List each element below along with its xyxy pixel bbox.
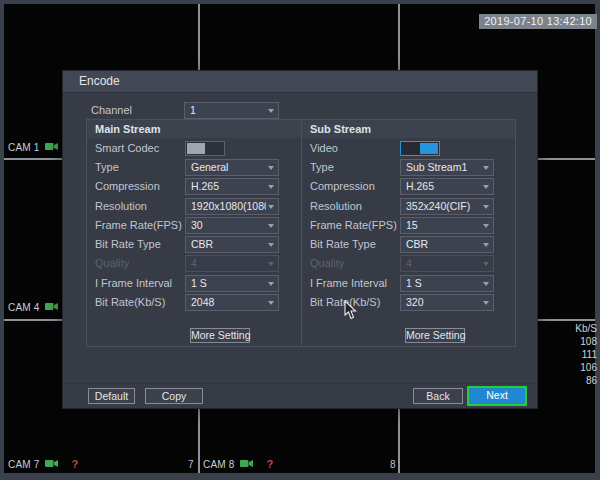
sub-quality-dropdown: 4 [400,255,494,272]
camera-name: CAM 7 [8,459,40,470]
chevron-down-icon [483,166,489,170]
bitrate-value: 106 [575,361,597,374]
camera-icon [45,302,58,313]
sub-type-dropdown[interactable]: Sub Stream1 [400,159,494,176]
bitrate-value: 111 [575,348,597,361]
chevron-down-icon [268,166,274,170]
main-iframe-row: I Frame Interval 1 S [87,275,301,292]
camera-label: CAM 1 [8,142,58,153]
chevron-down-icon [268,262,274,266]
timestamp: 2019-07-10 13:42:10 [479,14,597,29]
camera-icon [45,142,58,153]
camera-label: CAM 4 [8,302,58,313]
main-resolution-row: Resolution 1920x1080(1080P) [87,198,301,215]
video-row: Video [302,140,515,157]
sub-stream-title: Sub Stream [302,120,515,138]
sub-bitratetype-row: Bit Rate Type CBR [302,236,515,253]
dialog-title: Encode [63,71,537,93]
chevron-down-icon [268,243,274,247]
sub-iframe-row: I Frame Interval 1 S [302,275,515,292]
encode-dialog: Encode Channel 1 Main Stream Smart Codec… [62,70,538,409]
main-resolution-dropdown[interactable]: 1920x1080(1080P) [185,198,279,215]
sub-framerate-dropdown[interactable]: 15 [400,217,494,234]
chevron-down-icon [483,301,489,305]
sub-bitrate-row: Bit Rate(Kb/S) 320 [302,294,515,311]
main-iframe-dropdown[interactable]: 1 S [185,275,279,292]
chevron-down-icon [268,185,274,189]
chevron-down-icon [483,282,489,286]
sub-framerate-row: Frame Rate(FPS) 15 [302,217,515,234]
mouse-cursor-icon [344,300,358,320]
channel-row: Channel 1 [63,102,537,119]
main-quality-dropdown: 4 [185,255,279,272]
footer-divider [63,383,537,384]
channel-dropdown[interactable]: 1 [184,102,279,119]
main-more-setting-button[interactable]: More Setting [190,328,250,343]
main-type-dropdown[interactable]: General [185,159,279,176]
bitrate-value: 86 [575,374,597,387]
chevron-down-icon [483,185,489,189]
main-compression-row: Compression H.265 [87,178,301,195]
copy-button[interactable]: Copy [145,388,203,404]
toggle-knob [187,143,205,154]
channel-label: Channel [91,102,132,119]
main-bitrate-row: Bit Rate(Kb/S) 2048 [87,294,301,311]
chevron-down-icon [483,262,489,266]
stream-panels: Main Stream Smart Codec Type General Com… [86,119,516,347]
smart-codec-row: Smart Codec [87,140,301,157]
sub-compression-dropdown[interactable]: H.265 [400,178,494,195]
smart-codec-toggle[interactable] [185,141,225,156]
main-compression-dropdown[interactable]: H.265 [185,178,279,195]
bitrate-value: 108 [575,335,597,348]
chevron-down-icon [483,224,489,228]
main-quality-row: Quality 4 [87,255,301,272]
chevron-down-icon [268,224,274,228]
sub-more-setting-button[interactable]: More Setting [405,328,465,343]
chevron-down-icon [483,243,489,247]
main-bitrate-dropdown[interactable]: 2048 [185,294,279,311]
chevron-down-icon [268,282,274,286]
main-bitratetype-dropdown[interactable]: CBR [185,236,279,253]
bitrate-header: Kb/S [575,322,597,335]
sub-resolution-dropdown[interactable]: 352x240(CIF) [400,198,494,215]
camera-icon [240,459,253,470]
alert-question-icon: ? [267,458,274,470]
chevron-down-icon [268,109,274,113]
chevron-down-icon [268,205,274,209]
camera-name: CAM 1 [8,142,40,153]
sub-iframe-dropdown[interactable]: 1 S [400,275,494,292]
sub-stream-panel: Sub Stream Video Type Sub Stream1 Compre… [301,120,515,346]
main-type-row: Type General [87,159,301,176]
back-button[interactable]: Back [413,388,463,404]
sub-resolution-row: Resolution 352x240(CIF) [302,198,515,215]
camera-name: CAM 4 [8,302,40,313]
sub-quality-row: Quality 4 [302,255,515,272]
default-button[interactable]: Default [88,388,135,404]
alert-question-icon: ? [72,458,79,470]
main-framerate-row: Frame Rate(FPS) 30 [87,217,301,234]
sub-type-row: Type Sub Stream1 [302,159,515,176]
bitrate-panel: Kb/S 108 111 106 86 [575,322,597,387]
chevron-down-icon [268,301,274,305]
main-framerate-dropdown[interactable]: 30 [185,217,279,234]
main-stream-title: Main Stream [87,120,301,138]
camera-icon [45,459,58,470]
main-stream-panel: Main Stream Smart Codec Type General Com… [87,120,301,346]
camera-label: CAM 8 ? [203,458,273,470]
sub-compression-row: Compression H.265 [302,178,515,195]
sub-bitrate-dropdown[interactable]: 320 [400,294,494,311]
main-bitratetype-row: Bit Rate Type CBR [87,236,301,253]
camera-name: CAM 8 [203,459,235,470]
camera-label: CAM 7 ? [8,458,78,470]
toggle-knob [420,143,438,154]
sub-bitratetype-dropdown[interactable]: CBR [400,236,494,253]
window-number: 7 [188,459,194,470]
window-number: 8 [390,459,396,470]
chevron-down-icon [483,205,489,209]
video-toggle[interactable] [400,141,440,156]
dvr-screen: CAM 1 CAM 4 CAM 7 ? 7 CAM 8 ? 8 2019-07-… [0,0,600,480]
next-button[interactable]: Next [467,386,527,406]
